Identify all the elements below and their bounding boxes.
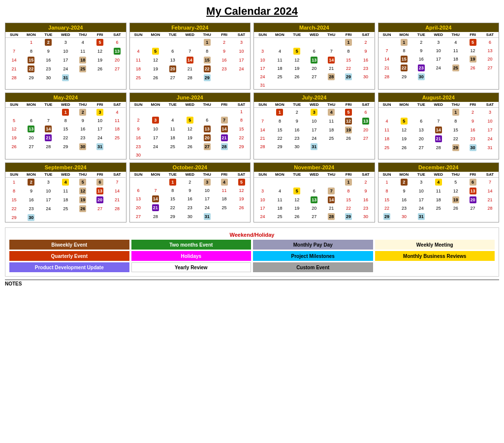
day-header-label: SUN	[5, 172, 23, 178]
day-cell: 5	[395, 117, 412, 126]
day-cell: 28	[181, 73, 198, 82]
day-cell: 26	[5, 142, 23, 151]
day-cell: 10	[412, 187, 430, 195]
day-header-label: SAT	[481, 102, 499, 108]
day-cell: 5	[5, 117, 23, 125]
day-cell: 29	[378, 212, 396, 221]
day-cell: 8	[57, 117, 74, 125]
day-empty	[181, 38, 198, 47]
day-header-label: FRI	[216, 172, 233, 178]
day-header-label: SUN	[130, 102, 147, 108]
day-header-label: SUN	[130, 32, 147, 38]
day-header-label: WED	[57, 172, 74, 178]
legend-col-4: Weekly MeetingMonthly Business Reviews	[375, 240, 495, 272]
day-cell: 20	[130, 203, 147, 212]
day-cell: 16	[412, 55, 430, 63]
day-cell: 11	[216, 187, 233, 194]
day-cell: 28	[216, 142, 233, 151]
day-cell: 26	[395, 143, 412, 152]
day-cell: 14	[216, 125, 233, 133]
day-cell: 26	[74, 204, 92, 213]
day-cell: 6	[198, 116, 216, 125]
calendar-grid: January-2024SUNMONTUEWEDTHUFRISAT1234567…	[5, 23, 499, 222]
day-cell: 1	[233, 108, 250, 116]
day-cell: 8	[198, 47, 216, 56]
day-cell: 21	[181, 64, 198, 73]
day-cell: 11	[57, 187, 74, 195]
legend-item: Product Development Update	[9, 262, 129, 272]
day-cell: 27	[130, 212, 147, 221]
day-empty	[306, 178, 323, 187]
day-cell: 29	[340, 212, 357, 221]
day-cell: 17	[233, 56, 250, 64]
day-cell: 4	[74, 38, 92, 47]
day-cell: 8	[271, 117, 288, 126]
day-cell: 3	[92, 108, 109, 117]
day-empty	[40, 108, 57, 117]
day-cell: 26	[181, 142, 198, 151]
day-cell: 3	[254, 47, 271, 56]
day-cell: 2	[464, 108, 481, 117]
day-cell: 1	[378, 178, 396, 187]
day-cell: 18	[74, 56, 92, 64]
day-cell: 19	[447, 195, 464, 204]
day-cell: 16	[357, 56, 375, 64]
day-cell: 6	[109, 38, 126, 47]
day-empty	[254, 38, 271, 47]
day-header-label: SAT	[233, 32, 250, 38]
day-cell: 9	[357, 47, 375, 56]
day-cell: 10	[481, 117, 499, 126]
day-empty	[147, 108, 164, 116]
day-header-label: MON	[23, 102, 40, 108]
day-cell: 31	[306, 142, 323, 151]
day-cell: 10	[306, 117, 323, 126]
legend-section: Weekend/Holiday Biweekly EventQuarterly …	[5, 227, 499, 277]
month-header-6: June-2024	[130, 93, 251, 102]
day-cell: 24	[198, 203, 216, 212]
day-cell: 11	[74, 47, 92, 56]
day-cell: 19	[288, 204, 306, 212]
day-header-label: SUN	[130, 172, 147, 178]
day-header-label: MON	[147, 32, 164, 38]
day-cell: 4	[430, 178, 447, 187]
day-empty	[271, 178, 288, 187]
day-cell: 13	[412, 126, 430, 134]
day-cell: 20	[306, 64, 323, 72]
day-header-label: TUE	[164, 32, 181, 38]
day-empty	[430, 108, 447, 117]
day-cell: 30	[40, 73, 57, 82]
day-cell: 16	[23, 195, 40, 204]
day-cell: 14	[181, 56, 198, 64]
day-cell: 30	[357, 72, 375, 81]
day-header-label: MON	[23, 172, 40, 178]
day-cell: 22	[447, 134, 464, 143]
day-empty	[378, 38, 396, 47]
day-cell: 1	[340, 178, 357, 187]
day-cell: 9	[216, 47, 233, 56]
day-header-label: WED	[181, 102, 198, 108]
day-cell: 21	[109, 195, 126, 204]
day-cell: 5	[340, 108, 357, 117]
day-cell: 25	[378, 143, 396, 152]
day-cell: 11	[164, 125, 181, 133]
day-cell: 24	[412, 204, 430, 212]
day-cell: 23	[23, 204, 40, 213]
day-header-label: THU	[323, 172, 340, 178]
day-cell: 17	[481, 126, 499, 134]
day-cell: 21	[378, 63, 396, 72]
day-cell: 22	[23, 64, 40, 73]
day-cell: 23	[216, 64, 233, 73]
day-cell: 2	[23, 178, 40, 187]
day-header-label: FRI	[92, 102, 109, 108]
day-header-label: THU	[198, 172, 216, 178]
day-header-label: TUE	[412, 102, 430, 108]
day-cell: 8	[340, 47, 357, 56]
month-header-4: April-2024	[378, 23, 499, 32]
day-cell: 7	[323, 47, 340, 56]
day-cell: 29	[164, 212, 181, 221]
day-cell: 27	[306, 212, 323, 221]
day-cell: 2	[130, 116, 147, 125]
day-cell: 2	[357, 38, 375, 47]
month-block-7: July-2024SUNMONTUEWEDTHUFRISAT1234567891…	[253, 93, 375, 159]
day-cell: 1	[340, 38, 357, 47]
